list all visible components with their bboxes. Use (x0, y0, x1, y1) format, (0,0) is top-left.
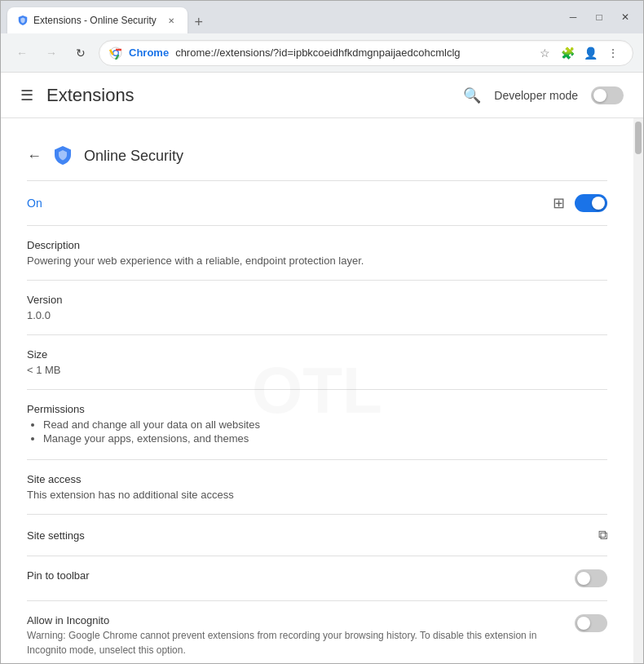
maximize-button[interactable]: □ (588, 6, 611, 29)
back-to-extensions-button[interactable]: ← (27, 148, 42, 165)
window-controls: ─ □ ✕ (562, 6, 637, 29)
permission-item-2: Manage your apps, extensions, and themes (43, 432, 607, 445)
dev-mode-label: Developer mode (494, 89, 578, 102)
main-panel: OTL ← Online Security On (1, 118, 633, 663)
minimize-button[interactable]: ─ (562, 6, 584, 29)
allow-incognito-label: Allow in Incognito (27, 614, 562, 626)
extension-enable-toggle[interactable] (575, 194, 607, 212)
site-settings-label: Site settings (27, 529, 85, 542)
detail-panel: ← Online Security On ⊞ (1, 118, 633, 663)
version-label: Version (27, 294, 607, 306)
menu-button[interactable]: ⋮ (603, 43, 623, 63)
header-right: 🔍 Developer mode (463, 86, 624, 104)
size-value: < 1 MB (27, 364, 607, 376)
chrome-logo-icon (109, 46, 122, 60)
new-tab-button[interactable]: + (187, 11, 210, 33)
content-area: OTL ← Online Security On (1, 118, 643, 663)
close-button[interactable]: ✕ (614, 6, 637, 29)
on-right-controls: ⊞ (553, 194, 607, 212)
tab-favicon-icon (17, 15, 29, 26)
toolbar: ← → ↻ Chrome chrome://extensions/?id=ipb… (1, 33, 643, 73)
allow-incognito-content: Allow in Incognito Warning: Google Chrom… (27, 614, 562, 657)
allow-incognito-toggle-thumb (577, 617, 590, 630)
extensions-button[interactable]: 🧩 (558, 43, 577, 63)
external-link-icon: ⧉ (598, 528, 607, 542)
scrollbar-thumb[interactable] (635, 122, 642, 154)
back-button[interactable]: ← (11, 42, 33, 64)
chrome-brand-text: Chrome (129, 46, 169, 59)
pin-toolbar-content: Pin to toolbar (27, 569, 562, 583)
search-button[interactable]: 🔍 (463, 86, 481, 104)
dev-mode-toggle-thumb (593, 89, 607, 102)
active-tab[interactable]: Extensions - Online Security ✕ (7, 7, 187, 33)
size-label: Size (27, 348, 607, 361)
allow-incognito-toggle[interactable] (575, 614, 607, 632)
profile-button[interactable]: 👤 (580, 43, 600, 63)
on-row: On ⊞ (27, 181, 607, 226)
site-settings-row[interactable]: Site settings ⧉ (27, 515, 607, 556)
address-bar[interactable]: Chrome chrome://extensions/?id=ipbkcoeid… (99, 40, 633, 66)
extension-enable-toggle-thumb (592, 197, 605, 210)
svg-point-2 (114, 51, 118, 55)
hamburger-icon[interactable]: ☰ (20, 86, 33, 104)
window-frame: Extensions - Online Security ✕ + ─ □ ✕ ←… (0, 0, 644, 664)
detail-header: ← Online Security (27, 131, 607, 181)
description-value: Powering your web experience with a reli… (27, 255, 607, 267)
site-access-label: Site access (27, 473, 607, 485)
extension-name: Online Security (84, 148, 183, 165)
pin-toolbar-label: Pin to toolbar (27, 569, 562, 582)
description-label: Description (27, 239, 607, 251)
pin-toolbar-toggle-thumb (577, 572, 590, 585)
address-icons: ☆ 🧩 👤 ⋮ (535, 43, 623, 63)
permissions-row: Permissions Read and change all your dat… (27, 390, 607, 460)
site-access-row: Site access This extension has no additi… (27, 460, 607, 515)
extensions-title: Extensions (46, 85, 463, 106)
bookmark-button[interactable]: ☆ (535, 43, 554, 63)
on-label: On (27, 197, 42, 210)
allow-incognito-row: Allow in Incognito Warning: Google Chrom… (27, 601, 607, 663)
url-text: chrome://extensions/?id=ipbkcoeidhfkdmgn… (175, 46, 528, 59)
pin-toolbar-row: Pin to toolbar (27, 556, 607, 601)
dev-mode-toggle[interactable] (591, 86, 624, 104)
scrollbar-track[interactable] (633, 118, 643, 663)
forward-button[interactable]: → (40, 42, 63, 64)
allow-incognito-desc: Warning: Google Chrome cannot prevent ex… (27, 628, 562, 657)
extension-icon (51, 144, 74, 167)
pin-toolbar-toggle[interactable] (575, 569, 607, 587)
grid-icon[interactable]: ⊞ (553, 194, 565, 212)
version-row: Version 1.0.0 (27, 281, 607, 335)
permissions-list: Read and change all your data on all web… (27, 418, 607, 445)
tab-list: Extensions - Online Security ✕ + (7, 1, 558, 33)
description-row: Description Powering your web experience… (27, 226, 607, 281)
reload-button[interactable]: ↻ (69, 42, 92, 64)
tab-label: Extensions - Online Security (33, 15, 157, 26)
permissions-label: Permissions (27, 403, 607, 415)
title-bar: Extensions - Online Security ✕ + ─ □ ✕ (1, 1, 643, 33)
tab-close-btn[interactable]: ✕ (165, 14, 178, 27)
page-body: ☰ Extensions 🔍 Developer mode OTL ← (1, 73, 643, 663)
extensions-header: ☰ Extensions 🔍 Developer mode (1, 73, 643, 118)
site-access-value: This extension has no additional site ac… (27, 489, 607, 501)
version-value: 1.0.0 (27, 309, 607, 321)
size-row: Size < 1 MB (27, 335, 607, 390)
permission-item-1: Read and change all your data on all web… (43, 418, 607, 431)
